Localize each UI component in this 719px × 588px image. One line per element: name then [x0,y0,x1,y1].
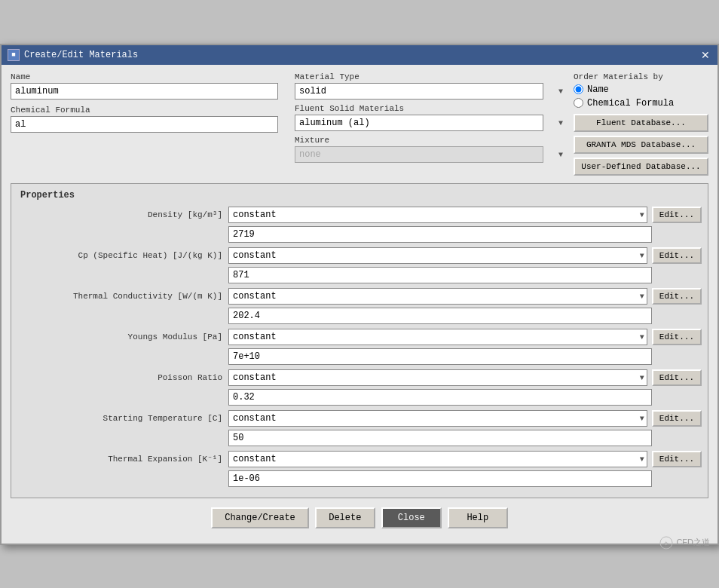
order-column: Order Materials by Name Chemical Formula… [566,72,708,176]
svg-text:✦: ✦ [663,540,669,547]
material-type-group: Material Type solid fluid mixture ▼ [295,72,566,100]
cp-edit-button[interactable]: Edit... [652,247,702,264]
top-row: Name Chemical Formula Material Type soli… [11,72,708,176]
material-type-select-wrapper: solid fluid mixture ▼ [295,83,566,100]
starting-temp-edit-button[interactable]: Edit... [652,410,702,427]
create-edit-materials-dialog: ■ Create/Edit Materials ✕ Name Chemical … [0,44,719,545]
thermal-exp-edit-button[interactable]: Edit... [652,451,702,467]
order-formula-radio-label: Chemical Formula [587,98,674,109]
order-materials-label: Order Materials by [574,72,708,81]
material-type-label: Material Type [295,72,566,81]
bottom-buttons: Change/Create Delete Close Help [11,498,708,536]
granta-database-button[interactable]: GRANTA MDS Database... [574,136,708,154]
fluent-solid-select[interactable]: aluminum (al) [295,115,543,131]
fluent-solid-arrow-icon: ▼ [558,118,563,127]
poisson-ratio-value-row [17,389,702,406]
order-formula-row: Chemical Formula [574,98,708,109]
thermal-exp-method-select[interactable]: constant [228,451,647,467]
delete-button[interactable]: Delete [315,507,375,528]
chemical-formula-group: Chemical Formula [11,106,287,133]
order-name-radio[interactable] [574,84,583,94]
thermal-cond-edit-button[interactable]: Edit... [652,288,702,305]
user-defined-database-button[interactable]: User-Defined Database... [574,158,708,176]
title-bar-left: ■ Create/Edit Materials [8,49,138,61]
thermal-exp-select-wrapper: constant ▼ [228,451,647,467]
order-materials-group: Order Materials by Name Chemical Formula [574,72,708,110]
thermal-exp-value-row [17,470,702,487]
thermal-cond-value-row [17,308,702,324]
cp-label: Cp (Specific Heat) [J/(kg K)] [17,251,228,260]
thermal-cond-method-row: Thermal Conductivity [W/(m K)] constant … [17,288,702,305]
fluent-solid-group: Fluent Solid Materials aluminum (al) ▼ [295,104,566,131]
thermal-exp-value-input[interactable] [228,470,652,487]
chemical-formula-input[interactable] [11,116,278,133]
youngs-modulus-method-row: Youngs Modulus [Pa] constant ▼ Edit... [17,329,702,345]
poisson-ratio-value-input[interactable] [228,389,652,406]
material-type-arrow-icon: ▼ [558,87,563,95]
density-method-select[interactable]: constant [228,207,647,223]
chemical-formula-label: Chemical Formula [11,106,287,115]
thermal-cond-method-select[interactable]: constant [228,288,647,305]
fluent-solid-select-wrapper: aluminum (al) ▼ [295,115,566,131]
poisson-ratio-method-select[interactable]: constant [228,369,647,386]
dialog-content: Name Chemical Formula Material Type soli… [2,65,717,544]
mixture-group: Mixture none ▼ [295,136,566,163]
poisson-ratio-label: Poisson Ratio [17,373,228,382]
density-value-row [17,226,702,243]
poisson-ratio-method-row: Poisson Ratio constant ▼ Edit... [17,369,702,386]
material-type-select[interactable]: solid fluid mixture [295,83,543,100]
thermal-cond-label: Thermal Conductivity [W/(m K)] [17,292,228,301]
cp-select-wrapper: constant ▼ [228,247,647,264]
mixture-arrow-icon: ▼ [558,150,563,158]
cp-method-select[interactable]: constant [228,247,647,264]
dialog-icon: ■ [8,49,20,61]
cp-value-row [17,267,702,283]
fluent-solid-label: Fluent Solid Materials [295,104,566,113]
density-value-input[interactable] [228,226,652,243]
fluent-database-button[interactable]: Fluent Database... [574,114,708,132]
name-chem-column: Name Chemical Formula [11,72,287,133]
change-create-button[interactable]: Change/Create [211,507,309,528]
youngs-modulus-method-select[interactable]: constant [228,329,647,345]
thermal-cond-value-input[interactable] [228,308,652,324]
starting-temp-label: Starting Temperature [C] [17,414,228,423]
dialog-title: Create/Edit Materials [24,50,138,60]
name-label: Name [11,72,287,81]
properties-title: Properties [17,190,702,201]
name-group: Name [11,72,287,100]
thermal-exp-label: Thermal Expansion [K⁻¹] [17,454,228,464]
youngs-modulus-edit-button[interactable]: Edit... [652,329,702,345]
help-button[interactable]: Help [448,507,508,528]
starting-temp-method-select[interactable]: constant [228,410,647,427]
order-name-radio-label: Name [587,84,609,95]
order-name-row: Name [574,84,708,95]
title-bar: ■ Create/Edit Materials ✕ [2,45,717,65]
density-method-row: Density [kg/m³] constant ▼ Edit... [17,207,702,223]
density-label: Density [kg/m³] [17,210,228,219]
mixture-select-wrapper: none ▼ [295,146,566,163]
thermal-exp-method-row: Thermal Expansion [K⁻¹] constant ▼ Edit.… [17,451,702,467]
starting-temp-value-input[interactable] [228,430,652,446]
close-x-button[interactable]: ✕ [699,49,711,61]
watermark-text: CFD之道 [676,537,710,548]
density-select-wrapper: constant ▼ [228,207,647,223]
starting-temp-method-row: Starting Temperature [C] constant ▼ Edit… [17,410,702,427]
youngs-modulus-value-input[interactable] [228,348,652,365]
mixture-select[interactable]: none [295,146,543,163]
mixture-label: Mixture [295,136,566,145]
order-formula-radio[interactable] [574,98,583,108]
close-button[interactable]: Close [381,507,442,528]
thermal-cond-select-wrapper: constant ▼ [228,288,647,305]
name-input[interactable] [11,83,278,100]
starting-temp-value-row [17,430,702,446]
youngs-modulus-select-wrapper: constant ▼ [228,329,647,345]
youngs-modulus-value-row [17,348,702,365]
material-type-column: Material Type solid fluid mixture ▼ Flue… [287,72,566,163]
density-edit-button[interactable]: Edit... [652,207,702,223]
starting-temp-select-wrapper: constant ▼ [228,410,647,427]
poisson-ratio-edit-button[interactable]: Edit... [652,369,702,386]
cp-value-input[interactable] [228,267,652,283]
poisson-ratio-select-wrapper: constant ▼ [228,369,647,386]
youngs-modulus-label: Youngs Modulus [Pa] [17,332,228,341]
cp-method-row: Cp (Specific Heat) [J/(kg K)] constant ▼… [17,247,702,264]
